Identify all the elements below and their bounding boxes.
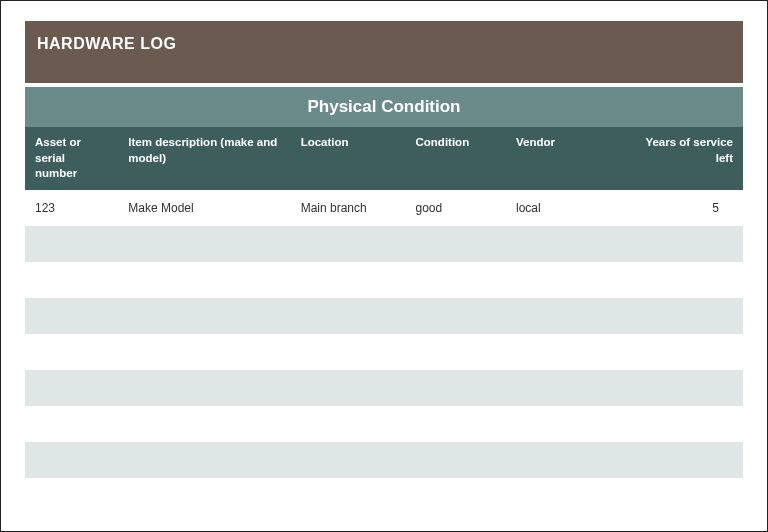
cell-asset[interactable] [25,262,118,298]
cell-condition[interactable]: good [406,190,507,226]
cell-vendor[interactable] [506,298,621,334]
cell-desc[interactable] [118,478,290,514]
table-row [25,478,743,514]
cell-asset[interactable] [25,478,118,514]
cell-desc[interactable] [118,334,290,370]
banner-title: HARDWARE LOG [37,35,176,52]
col-header-vendor: Vendor [506,127,621,190]
col-header-years: Years of service left [621,127,743,190]
cell-condition[interactable] [406,406,507,442]
cell-vendor[interactable] [506,334,621,370]
cell-asset[interactable] [25,406,118,442]
cell-years[interactable] [621,478,743,514]
cell-desc[interactable] [118,370,290,406]
cell-location[interactable] [291,406,406,442]
cell-vendor[interactable]: local [506,190,621,226]
cell-asset[interactable] [25,298,118,334]
cell-years[interactable] [621,262,743,298]
table-row [25,370,743,406]
table-body: 123Make ModelMain branchgoodlocal5 [25,190,743,514]
cell-location[interactable] [291,442,406,478]
table-header-row: Asset or serial number Item description … [25,127,743,190]
cell-asset[interactable] [25,226,118,262]
cell-desc[interactable] [118,406,290,442]
table-row: 123Make ModelMain branchgoodlocal5 [25,190,743,226]
cell-vendor[interactable] [506,226,621,262]
cell-location[interactable] [291,478,406,514]
cell-asset[interactable]: 123 [25,190,118,226]
table-row [25,298,743,334]
cell-location[interactable] [291,298,406,334]
cell-condition[interactable] [406,442,507,478]
col-header-asset: Asset or serial number [25,127,118,190]
cell-years[interactable] [621,370,743,406]
cell-location[interactable]: Main branch [291,190,406,226]
cell-location[interactable] [291,370,406,406]
cell-condition[interactable] [406,298,507,334]
cell-vendor[interactable] [506,406,621,442]
cell-asset[interactable] [25,442,118,478]
cell-desc[interactable] [118,442,290,478]
cell-condition[interactable] [406,478,507,514]
cell-years[interactable] [621,226,743,262]
cell-years[interactable] [621,442,743,478]
banner: HARDWARE LOG [25,21,743,83]
col-header-location: Location [291,127,406,190]
cell-desc[interactable]: Make Model [118,190,290,226]
cell-desc[interactable] [118,298,290,334]
table-row [25,442,743,478]
table-row [25,406,743,442]
cell-vendor[interactable] [506,478,621,514]
cell-years[interactable]: 5 [621,190,743,226]
cell-vendor[interactable] [506,262,621,298]
table-row [25,334,743,370]
cell-location[interactable] [291,334,406,370]
cell-condition[interactable] [406,370,507,406]
cell-years[interactable] [621,406,743,442]
cell-desc[interactable] [118,262,290,298]
cell-vendor[interactable] [506,370,621,406]
section-title: Physical Condition [25,87,743,127]
cell-condition[interactable] [406,334,507,370]
cell-location[interactable] [291,226,406,262]
cell-years[interactable] [621,298,743,334]
cell-years[interactable] [621,334,743,370]
cell-asset[interactable] [25,334,118,370]
col-header-desc: Item description (make and model) [118,127,290,190]
cell-location[interactable] [291,262,406,298]
cell-vendor[interactable] [506,442,621,478]
cell-desc[interactable] [118,226,290,262]
col-header-condition: Condition [406,127,507,190]
cell-condition[interactable] [406,262,507,298]
cell-condition[interactable] [406,226,507,262]
table-row [25,226,743,262]
cell-asset[interactable] [25,370,118,406]
table-row [25,262,743,298]
hardware-table: Asset or serial number Item description … [25,127,743,514]
